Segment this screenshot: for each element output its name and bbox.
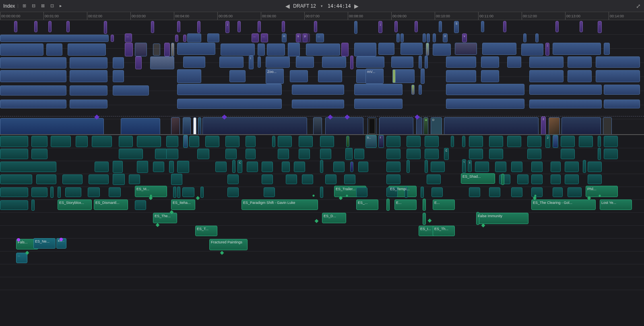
clip-v2[interactable] — [34, 21, 37, 32]
audio-b15[interactable] — [407, 149, 421, 159]
audio-e20[interactable] — [469, 187, 480, 197]
audio-c18[interactable] — [358, 162, 368, 172]
audio-c12[interactable] — [262, 162, 273, 172]
audio-c11[interactable] — [247, 162, 258, 172]
audio-a30[interactable] — [604, 136, 618, 147]
audio-f3[interactable] — [135, 200, 146, 210]
clip-row2-7[interactable] — [207, 33, 219, 42]
clip-row4-18[interactable] — [446, 56, 476, 68]
clip-row4-19[interactable] — [481, 56, 499, 68]
clip-lost-ye[interactable]: Lost Ye... — [600, 199, 632, 210]
clip-row2-10[interactable]: n — [282, 33, 287, 42]
clip-row2-9[interactable]: ... — [261, 33, 268, 42]
clip-v23[interactable] — [580, 21, 583, 32]
clip-row2-13[interactable]: ... — [316, 33, 324, 42]
clip-e-mark-1[interactable]: E — [386, 199, 390, 211]
audio-a18[interactable] — [386, 136, 400, 147]
clip-row2-19[interactable] — [433, 33, 436, 42]
audio-b11[interactable] — [320, 149, 331, 159]
clip-row2-17[interactable] — [423, 33, 426, 42]
primary-clip-1[interactable] — [0, 118, 104, 135]
clip-row4-17[interactable]: Fi — [425, 56, 428, 69]
clip-row5-mv[interactable]: mV... — [365, 69, 384, 84]
audio-c15[interactable]: E — [320, 160, 323, 173]
clip-row5-14[interactable] — [529, 70, 564, 82]
clip-e-mark-2[interactable]: E — [423, 199, 426, 211]
clip-bottom-6[interactable] — [446, 99, 524, 109]
toolbar-index-label[interactable]: Index — [3, 3, 15, 9]
audio-c5[interactable] — [153, 162, 164, 172]
clip-phil[interactable]: Phil... — [586, 186, 618, 197]
primary-clip-2[interactable] — [121, 118, 160, 135]
audio-e18[interactable]: E — [421, 187, 424, 198]
audio-thumb-5[interactable] — [553, 135, 558, 148]
clip-row3-15[interactable] — [341, 43, 349, 56]
clip-row4-16[interactable]: F — [419, 56, 422, 69]
audio-c8[interactable] — [215, 162, 227, 172]
toolbar-icon-4[interactable]: ⊡ — [49, 2, 56, 9]
audio-a24[interactable] — [489, 136, 503, 147]
audio-b8[interactable] — [246, 149, 256, 159]
clip-row3-4[interactable] — [125, 43, 133, 56]
clip-row3-11[interactable] — [258, 44, 265, 56]
primary-clip-6[interactable] — [444, 117, 539, 135]
audio-e25[interactable] — [568, 187, 582, 197]
audio-thumb-1[interactable] — [183, 135, 188, 148]
clip-row3-18[interactable] — [400, 43, 423, 55]
audio-c7[interactable] — [177, 161, 189, 173]
nav-left-btn[interactable]: ◀ — [285, 3, 290, 9]
audio-a9[interactable] — [189, 136, 199, 147]
audio-b5[interactable] — [166, 149, 178, 159]
clip-row5-10[interactable] — [392, 69, 396, 83]
thumb-clip-9[interactable]: D — [431, 117, 442, 135]
clip-v18[interactable] — [439, 21, 442, 32]
audio-c29[interactable] — [551, 162, 561, 172]
audio-d20[interactable] — [565, 174, 579, 184]
clip-row5-12[interactable] — [446, 70, 476, 82]
clip-row4-12[interactable] — [322, 56, 346, 68]
audio-b16[interactable] — [425, 149, 439, 159]
clip-row3-6[interactable] — [153, 44, 160, 56]
audio-a4[interactable] — [76, 136, 88, 147]
audio-a29[interactable]: E — [598, 136, 601, 147]
clip-e-mark-3[interactable]: E — [423, 213, 426, 225]
clip-row4-9[interactable] — [258, 56, 261, 68]
dropdown-arrow[interactable]: ▾ — [319, 3, 324, 9]
audio-d21[interactable] — [588, 174, 602, 184]
clip-v8[interactable] — [197, 21, 200, 33]
audio-f1[interactable] — [0, 200, 28, 210]
audio-c1[interactable] — [0, 162, 56, 172]
clip-row5-zoo[interactable]: Zoo... — [266, 69, 284, 84]
clip-row4-23[interactable] — [596, 56, 640, 68]
audio-d17[interactable] — [517, 174, 528, 184]
audio-a25[interactable] — [507, 136, 521, 147]
clip-row2-18[interactable] — [427, 33, 430, 42]
clip-row5-6[interactable] — [290, 70, 308, 82]
clip-row2-22[interactable] — [523, 33, 526, 42]
clip-row3-2[interactable] — [46, 44, 62, 56]
clip-row4-10[interactable] — [266, 56, 290, 68]
thumb-clip-6[interactable] — [367, 117, 376, 135]
clip-bottom-7[interactable] — [529, 100, 602, 108]
audio-d14[interactable] — [386, 174, 400, 184]
audio-f2[interactable]: I — [31, 199, 35, 211]
audio-e9[interactable]: R — [177, 187, 180, 198]
clip-row4-4[interactable] — [135, 56, 142, 69]
clip-row3-12[interactable] — [267, 44, 285, 56]
audio-e14[interactable]: E — [320, 187, 323, 198]
audio-c14[interactable] — [294, 162, 305, 172]
audio-d15[interactable] — [427, 174, 441, 184]
audio-d13[interactable] — [344, 174, 355, 184]
audio-thumb-2[interactable]: 9... — [365, 135, 377, 148]
audio-b10[interactable] — [299, 149, 310, 159]
audio-c3[interactable] — [113, 161, 123, 173]
clip-v11[interactable] — [258, 21, 261, 32]
clip-v10[interactable] — [237, 21, 241, 32]
clip-row2-4[interactable] — [175, 35, 178, 42]
clip-bottom-2[interactable] — [70, 100, 107, 108]
clip-row3-14[interactable] — [306, 44, 340, 56]
clip-row4-7[interactable] — [219, 56, 244, 68]
audio-d18[interactable] — [531, 174, 543, 184]
audio-e11[interactable]: E — [200, 187, 204, 198]
audio-a10[interactable] — [205, 136, 219, 147]
